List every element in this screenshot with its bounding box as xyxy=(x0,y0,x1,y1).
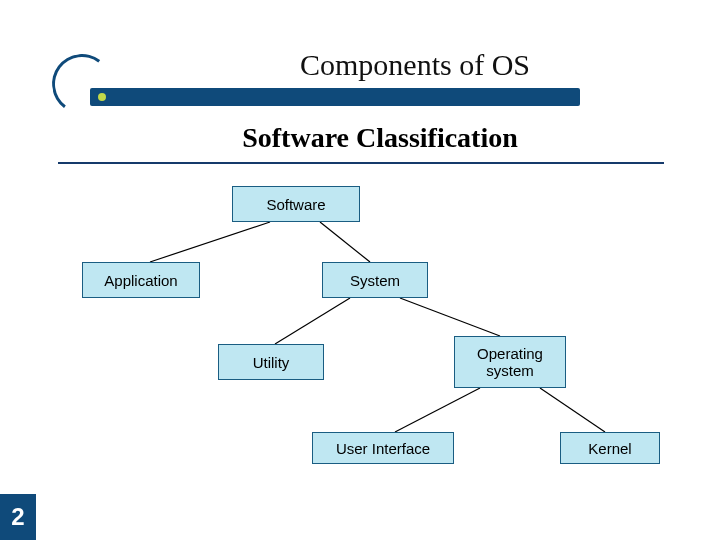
node-application: Application xyxy=(82,262,200,298)
subtitle-underline xyxy=(58,162,664,164)
node-user-interface: User Interface xyxy=(312,432,454,464)
svg-line-2 xyxy=(275,298,350,344)
svg-line-0 xyxy=(150,222,270,262)
node-operating-system: Operating system xyxy=(454,336,566,388)
svg-line-4 xyxy=(395,388,480,432)
node-kernel: Kernel xyxy=(560,432,660,464)
slide-subtitle: Software Classification xyxy=(0,122,720,154)
node-system: System xyxy=(322,262,428,298)
svg-line-1 xyxy=(320,222,370,262)
slide-title: Components of OS xyxy=(60,48,660,82)
svg-line-5 xyxy=(540,388,605,432)
node-software: Software xyxy=(232,186,360,222)
node-utility: Utility xyxy=(218,344,324,380)
page-number: 2 xyxy=(0,494,36,540)
svg-line-3 xyxy=(400,298,500,336)
